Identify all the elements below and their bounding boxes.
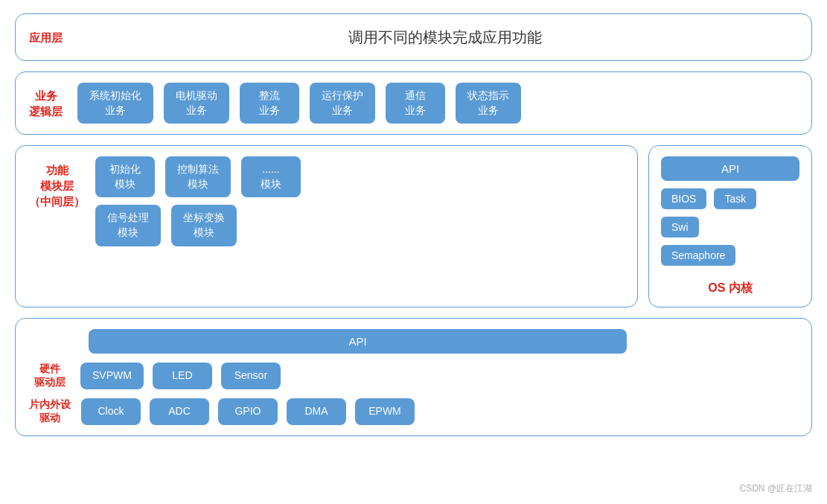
hw-driver-section: 硬件 驱动层 SVPWMLEDSensor xyxy=(29,363,798,389)
biz-module: 电机驱动 业务 xyxy=(164,83,229,124)
hw-driver-modules: SVPWMLEDSensor xyxy=(80,363,281,389)
os-semaphore-row: Semaphore xyxy=(661,245,799,266)
app-layer: 应用层 调用不同的模块完成应用功能 xyxy=(15,13,812,61)
biz-modules: 系统初始化 业务电机驱动 业务整流 业务运行保护 业务通信 业务状态指示 业务 xyxy=(77,83,798,124)
os-swi-row: Swi xyxy=(661,217,799,237)
os-box: API BIOS Task Swi Semaphore OS 内核 xyxy=(648,145,812,307)
func-module: 坐标变换 模块 xyxy=(171,205,237,246)
func-modules: 初始化 模块控制算法 模块...... 模块 信号处理 模块坐标变换 模块 xyxy=(95,156,624,246)
chip-driver-section: 片内外设 驱动 ClockADCGPIODMAEPWM xyxy=(29,398,798,425)
func-module: 控制算法 模块 xyxy=(165,156,231,197)
func-module: 信号处理 模块 xyxy=(95,205,161,246)
biz-module: 通信 业务 xyxy=(386,83,445,124)
biz-module: 运行保护 业务 xyxy=(310,83,375,124)
chip-driver-label: 片内外设 驱动 xyxy=(29,398,71,425)
func-module: ...... 模块 xyxy=(241,156,301,197)
os-semaphore-button: Semaphore xyxy=(661,245,735,266)
biz-module: 系统初始化 业务 xyxy=(77,83,153,124)
app-layer-label: 应用层 xyxy=(29,30,63,45)
biz-module: 状态指示 业务 xyxy=(456,83,521,124)
func-layer-label: 功能 模块层 （中间层） xyxy=(29,162,85,209)
chip-module: EPWM xyxy=(355,398,415,425)
chip-driver-modules: ClockADCGPIODMAEPWM xyxy=(81,398,415,425)
chip-module: ADC xyxy=(150,398,209,425)
watermark: CSDN @匠在江湖 xyxy=(739,482,812,495)
chip-module: DMA xyxy=(287,398,346,425)
os-swi-button: Swi xyxy=(661,217,699,237)
hw-module: Sensor xyxy=(221,363,281,389)
func-module: 初始化 模块 xyxy=(95,156,155,197)
main-container: 应用层 调用不同的模块完成应用功能 业务 逻辑层 系统初始化 业务电机驱动 业务… xyxy=(0,0,827,450)
hw-module: LED xyxy=(153,363,212,389)
hw-api-bar: API xyxy=(89,329,627,354)
func-row-2: 信号处理 模块坐标变换 模块 xyxy=(95,205,624,246)
hw-module: SVPWM xyxy=(80,363,144,389)
os-label: OS 内核 xyxy=(661,281,799,296)
os-task-button: Task xyxy=(714,188,756,209)
os-bios-button: BIOS xyxy=(661,188,706,209)
hw-driver-label: 硬件 驱动层 xyxy=(29,363,70,389)
func-row-1: 初始化 模块控制算法 模块...... 模块 xyxy=(95,156,624,197)
func-layer: 功能 模块层 （中间层） 初始化 模块控制算法 模块...... 模块 信号处理… xyxy=(15,145,638,307)
biz-module: 整流 业务 xyxy=(240,83,299,124)
os-api-button: API xyxy=(661,156,799,181)
middle-row: 功能 模块层 （中间层） 初始化 模块控制算法 模块...... 模块 信号处理… xyxy=(15,145,812,307)
chip-module: Clock xyxy=(81,398,141,425)
app-layer-text: 调用不同的模块完成应用功能 xyxy=(92,28,798,48)
biz-layer-label: 业务 逻辑层 xyxy=(29,88,63,119)
chip-module: GPIO xyxy=(218,398,278,425)
hw-layer: API 硬件 驱动层 SVPWMLEDSensor 片内外设 驱动 ClockA… xyxy=(15,318,812,436)
os-bios-task-row: BIOS Task xyxy=(661,188,799,209)
biz-layer: 业务 逻辑层 系统初始化 业务电机驱动 业务整流 业务运行保护 业务通信 业务状… xyxy=(15,71,812,135)
